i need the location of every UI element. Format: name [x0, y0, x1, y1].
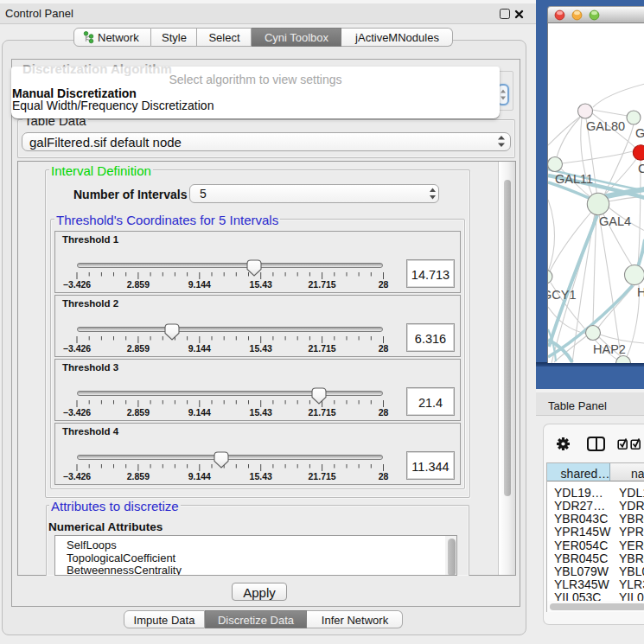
- svg-text:GAL80: GAL80: [586, 119, 625, 133]
- svg-text:C: C: [638, 162, 644, 175]
- svg-text:H: H: [637, 285, 644, 299]
- svg-text:GAL11: GAL11: [555, 172, 593, 186]
- svg-text:GAL4: GAL4: [599, 214, 631, 228]
- svg-text:HAP2: HAP2: [593, 342, 626, 356]
- svg-text:GCY1: GCY1: [548, 288, 577, 302]
- svg-text:GA: GA: [635, 126, 644, 140]
